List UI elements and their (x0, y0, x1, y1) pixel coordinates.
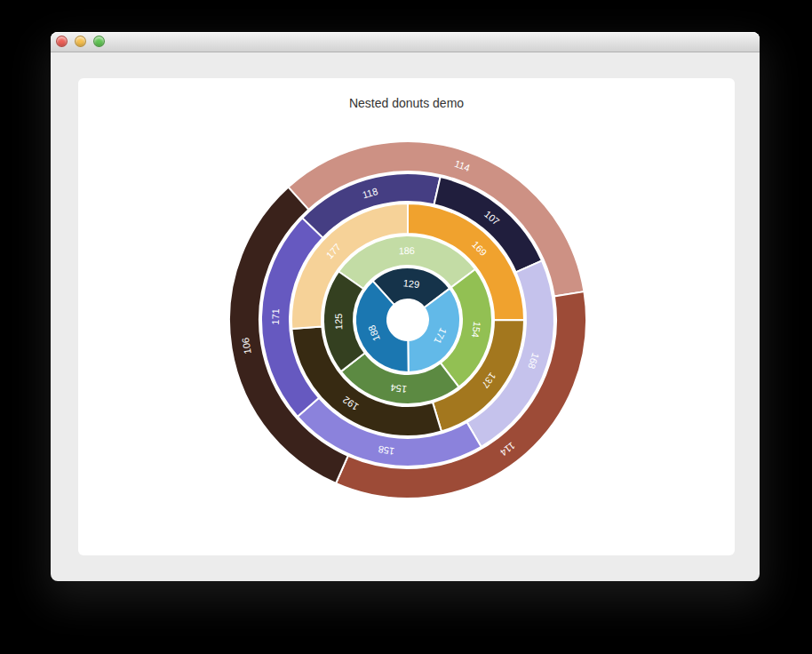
ring-2: 186154154125 (323, 235, 492, 404)
segment-value-label: 129 (402, 277, 419, 290)
ring-1-innermost: 129171188 (355, 267, 460, 372)
zoom-button[interactable] (93, 36, 105, 47)
segment-value-label: 186 (398, 245, 415, 256)
app-window: Nested donuts demo 129171188186154154125… (51, 32, 760, 581)
nested-donut-chart: 1291711881861541541251691371921771181071… (78, 78, 735, 555)
chart-panel: Nested donuts demo 129171188186154154125… (78, 78, 735, 555)
screenshot-root: { "window": { "buttons": [ {"role": "clo… (0, 0, 812, 654)
segment-value-label: 154 (470, 321, 482, 339)
title-bar[interactable] (51, 32, 760, 52)
segment-value-label: 171 (270, 308, 281, 325)
segment-value-label: 154 (390, 382, 408, 395)
minimize-button[interactable] (75, 36, 86, 47)
close-button[interactable] (56, 36, 68, 47)
segment-value-label: 125 (333, 314, 344, 331)
